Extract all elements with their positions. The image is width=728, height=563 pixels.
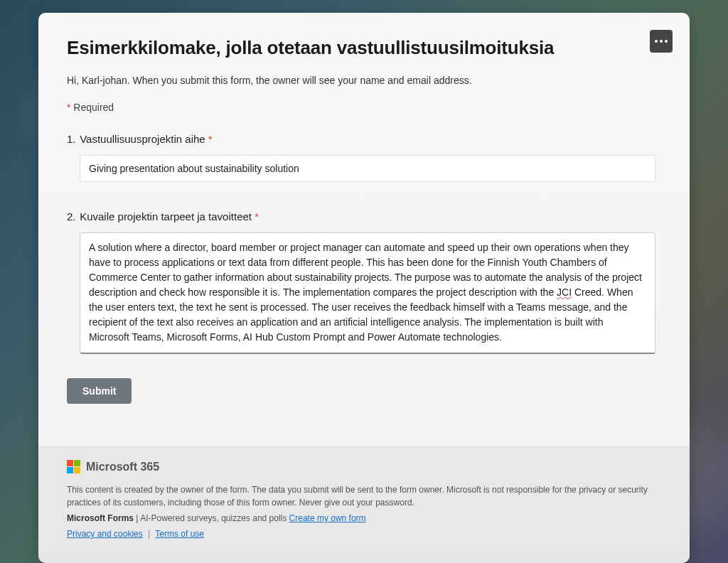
form-body: Esimerkkilomake, jolla otetaan vastuulli…	[38, 13, 690, 446]
question-1-input[interactable]	[80, 155, 655, 182]
question-2: 2. Kuvaile projektin tarpeet ja tavoitte…	[67, 210, 661, 354]
footer-disclaimer: This content is created by the owner of …	[67, 483, 661, 509]
microsoft-365-text: Microsoft 365	[86, 461, 159, 473]
required-asterisk: *	[67, 102, 70, 113]
form-greeting: Hi, Karl-johan. When you submit this for…	[67, 75, 661, 86]
terms-link[interactable]: Terms of use	[155, 529, 204, 539]
required-label: Required	[73, 102, 114, 113]
microsoft-365-logo: Microsoft 365	[67, 460, 661, 473]
required-note: * Required	[67, 102, 661, 113]
form-title: Esimerkkilomake, jolla otetaan vastuulli…	[67, 37, 661, 59]
footer-forms-line: Microsoft Forms | AI-Powered surveys, qu…	[67, 512, 661, 525]
privacy-link[interactable]: Privacy and cookies	[67, 529, 143, 539]
question-1-label: 1. Vastuullisuusprojektin aihe *	[67, 133, 661, 145]
submit-button[interactable]: Submit	[67, 378, 132, 404]
question-1: 1. Vastuullisuusprojektin aihe *	[67, 133, 661, 182]
form-card: Esimerkkilomake, jolla otetaan vastuulli…	[38, 13, 690, 563]
form-footer: Microsoft 365 This content is created by…	[38, 446, 690, 563]
create-form-link[interactable]: Create my own form	[289, 513, 366, 523]
question-2-label: 2. Kuvaile projektin tarpeet ja tavoitte…	[67, 210, 661, 222]
microsoft-logo-icon	[67, 460, 80, 473]
footer-links: Privacy and cookies | Terms of use	[67, 527, 661, 540]
question-2-textarea[interactable]	[80, 232, 655, 351]
more-options-button[interactable]	[650, 30, 673, 53]
